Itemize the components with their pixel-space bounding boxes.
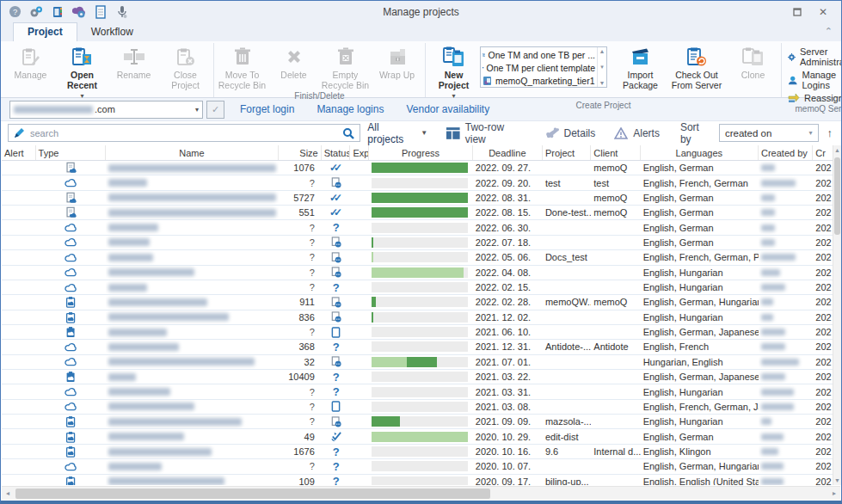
progress-cell <box>369 175 473 189</box>
table-row[interactable]: ?2022. 05. 06.Docs_testEnglish, French, … <box>2 250 840 265</box>
scroll-left-icon[interactable]: ◂ <box>2 489 14 497</box>
help-icon[interactable]: ? <box>8 5 22 19</box>
horizontal-scroll-thumb[interactable] <box>15 489 490 499</box>
column-header-progress[interactable]: Progress <box>369 145 473 160</box>
table-row[interactable]: 551✓✓2022. 08. 15.Done-test...memoQEngli… <box>2 206 840 220</box>
two-row-view-button[interactable]: Two-row view <box>446 121 525 145</box>
manage-logins-link[interactable]: Manage logins <box>317 103 384 115</box>
status-cell <box>322 310 351 324</box>
table-row[interactable]: 368?2021. 12. 31.Antidote-...AntidoteEng… <box>2 340 840 354</box>
alert-cell <box>2 325 36 339</box>
vertical-scroll-thumb[interactable] <box>834 157 840 235</box>
table-row[interactable]: 8362021. 12. 02.English, Hungarian202 <box>2 310 840 325</box>
close-button[interactable]: ✕ <box>812 4 834 20</box>
wrap-up-button[interactable]: Wrap Up <box>372 43 422 80</box>
tab-workflow[interactable]: Workflow <box>77 23 147 41</box>
table-row[interactable]: ??2021. 03. 31.English, Hungarian202 <box>2 384 840 399</box>
server-administrator-button[interactable]: Server Administrator <box>788 46 842 67</box>
languages-cell: English, German <box>641 220 759 234</box>
table-row[interactable]: 5727✓✓2022. 08. 31.memoQEnglish, German2… <box>2 191 840 206</box>
export-cell <box>350 355 369 369</box>
open-recent-button[interactable]: Open Recent ▾ <box>57 43 108 100</box>
document-icon[interactable] <box>94 5 108 19</box>
template-icon <box>482 50 485 60</box>
column-header-languages[interactable]: Languages <box>641 145 759 160</box>
column-header-export[interactable]: Export <box>350 145 369 160</box>
sort-dropdown[interactable]: created on▾ <box>719 124 819 142</box>
project-filter-dropdown[interactable]: All projects▼ <box>367 121 427 145</box>
table-row[interactable]: ??2022. 06. 30.English, German202 <box>2 220 840 235</box>
column-header-size[interactable]: Size <box>279 145 321 160</box>
reassign-button[interactable]: Reassign <box>788 93 842 103</box>
alert-cell <box>2 175 36 189</box>
template-list-scrollbar[interactable]: ▲▾▼ <box>597 47 606 87</box>
table-row[interactable]: ?2022. 09. 20.testtestEnglish, French, G… <box>2 175 840 190</box>
empty-recycle-bin-button[interactable]: Empty Recycle Bin <box>320 43 371 90</box>
table-row[interactable]: 492020. 10. 29.edit-distEnglish, German2… <box>2 429 840 444</box>
table-row[interactable]: 10409?2021. 03. 22.English, German, Japa… <box>2 370 840 384</box>
table-row[interactable]: ??2022. 02. 15.English, Hungarian202 <box>2 280 840 295</box>
check-out-from-server-button[interactable]: Check Out From Server <box>667 43 727 90</box>
column-header-created-by[interactable]: Created by <box>759 145 813 160</box>
horizontal-scrollbar[interactable]: ◂ ▸ <box>2 486 840 500</box>
delete-button[interactable]: Delete <box>268 43 319 80</box>
import-package-button[interactable]: Import Package <box>615 43 666 90</box>
table-row[interactable]: ?2021. 09. 09.mazsola-...English, Hungar… <box>2 415 840 429</box>
client-cell <box>591 475 640 485</box>
close-project-icon <box>175 46 196 68</box>
ribbon-collapse-icon[interactable]: ⌃ <box>825 26 833 37</box>
server-combobox[interactable]: .com ▾ <box>9 101 203 119</box>
sort-direction-button[interactable]: ↑ <box>827 126 833 139</box>
table-row[interactable]: ?2021. 03. 08.English, French, German, J… <box>2 400 840 415</box>
move-to-recycle-bin-button[interactable]: Move To Recycle Bin <box>217 43 267 90</box>
column-header-client[interactable]: Client <box>591 145 640 160</box>
vertical-scrollbar[interactable]: ▲ ▼ <box>833 145 841 485</box>
export-cell <box>350 206 369 219</box>
alert-cell <box>2 475 36 485</box>
table-row[interactable]: ??2020. 10. 07.English, German, Hungaria… <box>2 459 840 474</box>
column-header-status[interactable]: Status <box>322 145 351 160</box>
maximize-button[interactable] <box>786 4 808 20</box>
template-listbox[interactable]: One TM and one TB per ... One TM per cli… <box>480 46 607 88</box>
table-row[interactable]: 322021. 07. 01.Hungarian, English202 <box>2 355 840 370</box>
table-row[interactable]: 1676?2020. 10. 16.9.6Internal d...Englis… <box>2 445 840 459</box>
column-header-name[interactable]: Name <box>106 145 280 160</box>
dictation-mic-icon[interactable] <box>115 5 129 19</box>
table-row[interactable]: ?2021. 06. 10.English, German, Japanese2… <box>2 325 840 340</box>
alerts-button[interactable]: Alerts <box>614 127 660 139</box>
options-gears-icon[interactable] <box>29 5 43 19</box>
tab-project[interactable]: Project <box>13 22 77 41</box>
column-header-alert[interactable]: Alert <box>2 145 36 160</box>
manage-logins-button[interactable]: Manage Logins <box>788 70 842 90</box>
details-button[interactable]: Details <box>545 127 596 139</box>
vendor-availability-link[interactable]: Vendor availability <box>406 103 489 115</box>
table-row[interactable]: 1076✓✓2022. 09. 27.memoQEnglish, German2… <box>2 161 840 175</box>
alert-cell <box>2 236 36 249</box>
column-header-type[interactable]: Type <box>36 145 106 160</box>
column-header-deadline[interactable]: Deadline <box>473 145 543 160</box>
rename-button[interactable]: Rename <box>108 43 159 80</box>
progress-bar <box>372 372 468 382</box>
scroll-down-icon[interactable]: ▼ <box>834 477 840 483</box>
alert-cell <box>2 220 36 234</box>
column-header-project[interactable]: Project <box>543 145 591 160</box>
select-server-button[interactable]: ✓ <box>206 101 224 119</box>
clone-button[interactable]: Clone <box>728 43 778 80</box>
table-row[interactable]: ?2022. 07. 18.English, German202 <box>2 236 840 250</box>
forget-login-link[interactable]: Forget login <box>240 103 294 115</box>
table-row[interactable]: 9112022. 02. 28.memoQW...memoQEnglish, G… <box>2 295 840 310</box>
template-item[interactable]: One TM per client template <box>482 61 595 74</box>
template-item[interactable]: memoQ_marketing_tier1 <box>482 74 595 87</box>
manage-button[interactable]: Manage <box>5 43 56 80</box>
scroll-right-icon[interactable]: ▸ <box>828 489 840 497</box>
template-item[interactable]: One TM and one TB per ... <box>482 48 595 61</box>
scroll-up-icon[interactable]: ▲ <box>834 147 840 153</box>
search-input[interactable]: search <box>8 124 360 142</box>
resource-console-icon[interactable] <box>51 5 65 19</box>
table-row[interactable]: 109?2020. 09. 17.biling-up...English, En… <box>2 475 840 485</box>
search-icon[interactable] <box>342 127 354 139</box>
server-gear-icon[interactable] <box>72 5 86 19</box>
close-project-button[interactable]: Close Project <box>160 43 211 90</box>
new-project-button[interactable]: New Project ▾ <box>428 43 479 100</box>
table-row[interactable]: ?2022. 04. 08.English, Hungarian202 <box>2 266 840 280</box>
